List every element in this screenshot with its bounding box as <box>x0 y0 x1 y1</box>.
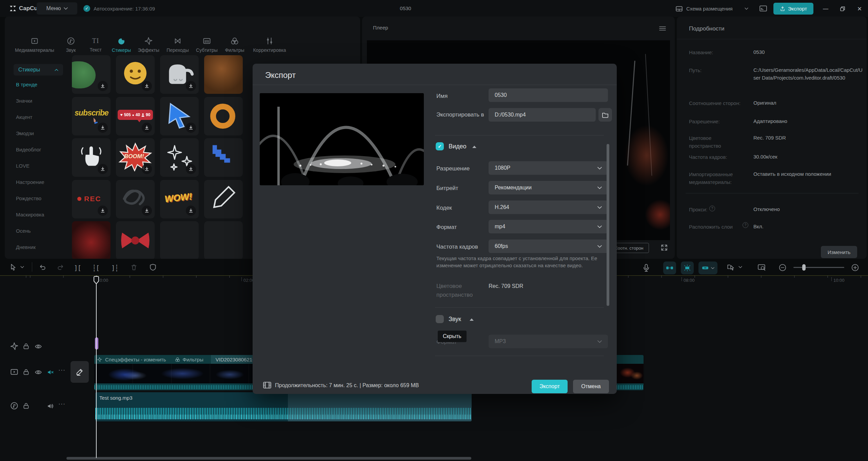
preview-zoom-icon[interactable] <box>757 264 766 272</box>
close-button[interactable]: ✕ <box>854 4 865 14</box>
sticker-emoji[interactable] <box>116 55 155 94</box>
sticker-wow[interactable]: WOW! <box>160 180 199 218</box>
link-toggle-button[interactable] <box>698 261 717 274</box>
sticker-donut[interactable] <box>204 97 243 135</box>
audio-section-checkbox[interactable] <box>436 315 444 323</box>
info-icon[interactable]: ? <box>709 206 715 211</box>
bitrate-dropdown[interactable]: Рекомендации <box>489 181 608 194</box>
fullscreen-icon[interactable] <box>660 244 668 251</box>
browse-folder-button[interactable] <box>598 108 612 122</box>
menu-button[interactable]: Меню <box>37 2 77 15</box>
zoom-out-icon[interactable] <box>778 264 787 272</box>
download-icon[interactable] <box>142 164 152 174</box>
audio-format-dropdown[interactable]: MP3 <box>489 335 608 348</box>
download-icon[interactable] <box>186 164 196 174</box>
collapse-video-icon[interactable] <box>472 146 476 148</box>
resolution-dropdown[interactable]: 1080P <box>489 161 608 175</box>
sidebar-item-love[interactable]: LOVE <box>16 163 67 169</box>
sticker-hand-click[interactable] <box>72 138 111 177</box>
select-cursor-icon[interactable] <box>9 264 17 271</box>
sticker-cat-paw[interactable] <box>160 55 199 94</box>
minimize-button[interactable]: — <box>821 4 831 14</box>
auto-cut-toggle-button[interactable] <box>681 261 694 274</box>
sticker-subscribe[interactable]: subscribe <box>72 97 111 135</box>
split-icon[interactable]: ][ <box>74 264 81 272</box>
timeline-scrollbar[interactable] <box>66 457 471 460</box>
undo-icon[interactable] <box>39 264 46 271</box>
download-icon[interactable] <box>98 206 108 216</box>
snap-toggle-button[interactable] <box>663 261 676 274</box>
sticker-red-bow[interactable] <box>116 221 155 259</box>
sticker-rec[interactable]: REC <box>72 180 111 218</box>
lock-icon[interactable] <box>22 342 30 350</box>
sidebar-item-trending[interactable]: В тренде <box>16 82 67 87</box>
player-menu-icon[interactable] <box>659 26 666 31</box>
sidebar-item-mood[interactable]: Настроение <box>16 179 67 185</box>
name-input[interactable]: 0530 <box>489 88 608 102</box>
speaker-icon[interactable] <box>47 402 54 410</box>
clip-cursor-icon[interactable] <box>726 264 735 272</box>
export-button-titlebar[interactable]: Экспорт <box>773 3 813 15</box>
framerate-dropdown[interactable]: 60fps <box>489 239 608 253</box>
tab-media[interactable]: Медиаматериалы <box>14 37 55 53</box>
export-confirm-button[interactable]: Экспорт <box>532 380 568 393</box>
layout-scheme-button[interactable]: Схема размещения <box>686 6 733 12</box>
slider-handle[interactable] <box>802 264 806 271</box>
info-icon[interactable]: ? <box>743 222 748 228</box>
dialog-scrollbar[interactable] <box>607 144 609 306</box>
download-icon[interactable] <box>98 123 108 133</box>
download-icon[interactable] <box>186 206 196 216</box>
mute-speaker-icon[interactable] <box>47 369 54 376</box>
sidebar-item-vlog[interactable]: Видеоблог <box>16 147 67 152</box>
split-right-icon[interactable]: ]┆ <box>111 264 118 272</box>
tab-adjust[interactable]: Корректировка <box>248 37 292 53</box>
sticker-pixel-arrow[interactable] <box>204 138 243 177</box>
collapse-audio-icon[interactable] <box>470 318 474 321</box>
sticker-frog[interactable] <box>72 55 111 94</box>
zoom-in-icon[interactable] <box>851 264 859 272</box>
sticker-cat-photo[interactable] <box>204 55 243 94</box>
eye-icon[interactable] <box>35 369 42 376</box>
sticker-scribble[interactable] <box>116 180 155 218</box>
download-icon[interactable] <box>186 123 196 133</box>
more-options-icon[interactable]: ··· <box>58 366 65 374</box>
download-icon[interactable] <box>142 81 152 91</box>
download-icon[interactable] <box>142 206 152 216</box>
panel-toggle-icon[interactable] <box>759 5 768 12</box>
video-section-checkbox[interactable]: ✓ <box>436 142 444 150</box>
download-icon[interactable] <box>98 81 108 91</box>
export-path-input[interactable]: D:/0530.mp4 <box>489 108 596 122</box>
download-icon[interactable] <box>186 81 196 91</box>
sidebar-item-autumn[interactable]: Осень <box>16 228 67 234</box>
maximize-button[interactable] <box>837 4 848 14</box>
sticker-red-glow[interactable] <box>72 221 111 259</box>
more-options-icon[interactable]: ··· <box>58 400 65 407</box>
playhead-line[interactable] <box>96 276 97 458</box>
sticker-placeholder[interactable] <box>160 221 199 259</box>
sidebar-item-christmas[interactable]: Рождество <box>16 195 67 201</box>
timeline-zoom-slider[interactable] <box>793 267 844 268</box>
edit-pencil-button[interactable] <box>71 361 89 383</box>
audio-clip[interactable]: Test song.mp3 <box>95 392 472 421</box>
clip-cursor-chevron-icon[interactable] <box>738 266 742 268</box>
download-icon[interactable] <box>142 123 152 133</box>
eye-icon[interactable] <box>35 343 42 350</box>
download-icon[interactable] <box>98 164 108 174</box>
sticker-placeholder[interactable] <box>204 221 243 259</box>
sticker-social-badge[interactable]: ♥505 ●40 90 <box>116 97 155 135</box>
sticker-pencil[interactable] <box>204 180 243 218</box>
codec-dropdown[interactable]: H.264 <box>489 201 608 214</box>
delete-icon[interactable] <box>130 264 138 271</box>
split-left-icon[interactable]: ┆[ <box>92 264 99 272</box>
effect-clip[interactable] <box>95 337 98 350</box>
microphone-icon[interactable] <box>642 264 650 272</box>
lock-icon[interactable] <box>22 368 30 376</box>
redo-icon[interactable] <box>57 264 64 271</box>
cursor-mode-chevron-icon[interactable] <box>20 266 24 268</box>
mask-shield-icon[interactable] <box>149 264 157 271</box>
sticker-cursor-arrow[interactable] <box>160 97 199 135</box>
sidebar-item-diary[interactable]: Дневник <box>16 244 67 250</box>
playhead-head[interactable] <box>93 276 100 285</box>
sidebar-item-masking[interactable]: Маскировка <box>16 212 67 217</box>
sticker-boom[interactable]: BOOM! <box>116 138 155 177</box>
